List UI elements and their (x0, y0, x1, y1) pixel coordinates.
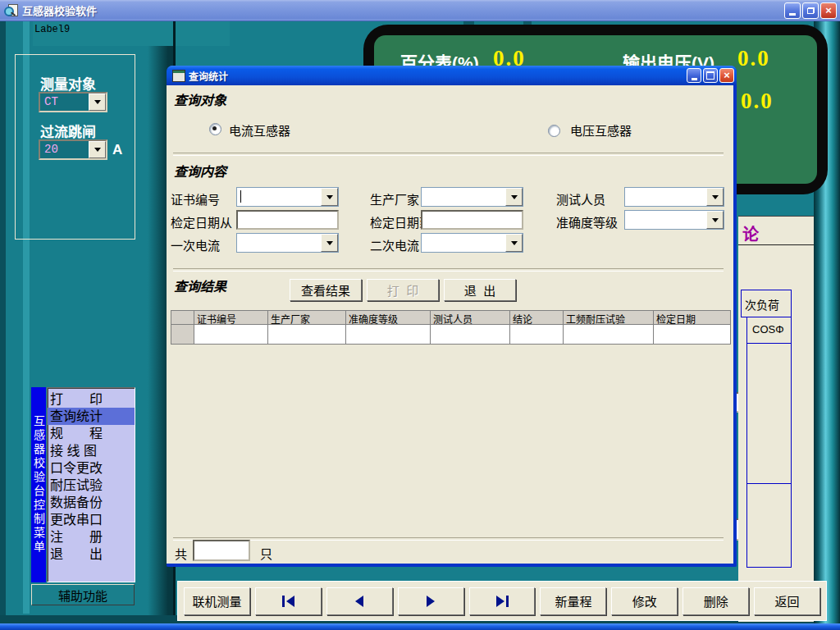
new-range-button[interactable]: 新量程 (540, 587, 606, 615)
first-record-button[interactable] (255, 587, 322, 615)
section-query-result: 查询结果 (174, 276, 226, 295)
unit-label: 只 (260, 545, 272, 562)
radio-current-transformer[interactable] (209, 123, 221, 135)
header-accuracy[interactable]: 准确度等级 (346, 311, 431, 325)
separator (173, 537, 724, 541)
menu-item-withstand-test[interactable]: 耐压试验 (48, 477, 135, 494)
header-manufacturer[interactable]: 生产厂家 (268, 311, 346, 325)
label9: Label9 (34, 24, 70, 35)
online-measure-button[interactable]: 联机测量 (184, 587, 250, 615)
chevron-down-icon[interactable] (505, 188, 523, 206)
app-icon (4, 3, 18, 17)
delete-button[interactable]: 删除 (682, 587, 749, 615)
radio-voltage-transformer-label[interactable]: 电压互感器 (570, 121, 632, 139)
minimize-button[interactable] (784, 2, 801, 19)
conclusion-partial-title: 论 (742, 221, 759, 245)
panel-divider (738, 244, 814, 245)
chevron-down-icon[interactable] (505, 234, 523, 252)
cert-no-label: 证书编号 (171, 190, 220, 208)
overcurrent-trip-value: 20 (44, 143, 58, 156)
first-record-icon (282, 596, 285, 607)
date-to-input[interactable] (421, 210, 523, 230)
row-selector-cell[interactable] (171, 325, 194, 344)
dialog-body: 查询对象 电流互感器 电压互感器 查询内容 证书编号 生产厂家 测试人员 检定日… (167, 85, 730, 564)
primary-current-combo[interactable] (236, 233, 339, 253)
accuracy-combo[interactable] (624, 210, 724, 230)
form-icon (172, 70, 185, 82)
cert-no-combo[interactable] (236, 187, 339, 207)
dialog-titlebar: 查询统计 × (167, 66, 737, 85)
back-button[interactable]: 返回 (754, 587, 820, 615)
menu-item-print[interactable]: 打 印 (48, 390, 135, 408)
menu-item-serial-change[interactable]: 更改串口 (48, 511, 135, 528)
accuracy-label: 准确度等级 (556, 213, 618, 231)
last-record-button[interactable] (469, 587, 536, 615)
total-label: 共 (175, 545, 187, 562)
dialog-maximize-button[interactable] (703, 68, 718, 83)
print-button[interactable]: 打 印 (367, 279, 439, 301)
app-title: 互感器校验软件 (22, 2, 97, 18)
radio-voltage-transformer[interactable] (548, 125, 560, 137)
menu-item-password-change[interactable]: 口令更改 (48, 459, 135, 477)
table-row[interactable] (171, 325, 730, 344)
secondary-current-label: 二次电流 (370, 236, 419, 253)
chevron-down-icon[interactable] (89, 94, 106, 111)
cos-header: COSΦ (752, 323, 784, 336)
previous-record-button[interactable] (326, 587, 393, 615)
manufacturer-combo[interactable] (421, 187, 523, 207)
header-verify-date[interactable]: 检定日期 (654, 311, 730, 325)
bg-stripe-left-edge (0, 21, 6, 625)
separator (173, 153, 724, 156)
header-withstand-test[interactable]: 工频耐压试验 (564, 311, 654, 325)
chevron-down-icon[interactable] (706, 211, 724, 229)
menu-item-register[interactable]: 注 册 (48, 528, 135, 546)
next-record-icon (427, 596, 435, 607)
menu-item-exit[interactable]: 退 出 (48, 546, 135, 563)
chevron-down-icon[interactable] (89, 141, 106, 158)
row-selector-header (171, 311, 194, 325)
header-tester[interactable]: 测试人员 (431, 311, 510, 325)
radio-current-transformer-label[interactable]: 电流互感器 (229, 121, 290, 139)
main-titlebar: 互感器校验软件 × (0, 0, 840, 21)
measure-object-label: 测量对象 (40, 73, 96, 94)
overcurrent-trip-combo[interactable]: 20 (39, 139, 107, 160)
control-menu-list: 打 印 查询统计 规 程 接 线 图 口令更改 耐压试验 数据备份 更改串口 注… (47, 387, 135, 582)
separator (173, 268, 724, 272)
secondary-current-combo[interactable] (421, 233, 523, 253)
chevron-down-icon[interactable] (321, 188, 338, 206)
menu-item-regulation[interactable]: 规 程 (48, 425, 135, 442)
dialog-title: 查询统计 (189, 69, 228, 83)
exit-button[interactable]: 退 出 (444, 279, 516, 301)
restore-button[interactable] (802, 2, 819, 19)
previous-record-icon (355, 596, 363, 607)
ampere-unit-label: A (112, 142, 122, 158)
next-record-button[interactable] (398, 587, 464, 615)
tester-combo[interactable] (624, 187, 724, 207)
modify-button[interactable]: 修改 (611, 587, 678, 615)
menu-item-query-stats[interactable]: 查询统计 (48, 408, 135, 425)
dialog-close-button[interactable]: × (719, 68, 734, 83)
text-cursor (240, 190, 241, 203)
result-table: 证书编号 生产厂家 准确度等级 测试人员 结论 工频耐压试验 检定日期 (171, 310, 731, 345)
aux-function-button[interactable]: 辅助功能 (31, 584, 135, 605)
date-from-input[interactable] (236, 210, 339, 230)
section-query-object: 查询对象 (174, 89, 226, 109)
chevron-down-icon[interactable] (706, 188, 724, 206)
primary-current-label: 一次电流 (171, 236, 220, 253)
view-result-button[interactable]: 查看结果 (290, 279, 362, 301)
second-row-value: 0.0 (741, 89, 774, 114)
header-conclusion[interactable]: 结论 (510, 311, 564, 325)
overcurrent-trip-label: 过流跳闸 (40, 121, 96, 141)
header-cert-no[interactable]: 证书编号 (194, 311, 268, 325)
tester-label: 测试人员 (556, 190, 605, 208)
measure-object-combo[interactable]: CT (39, 92, 107, 112)
total-count-input[interactable] (193, 540, 250, 561)
query-stats-dialog: 查询统计 × 查询对象 电流互感器 电压互感器 查询内容 证书编号 生产厂家 测… (167, 66, 737, 567)
cos-upper-cell (746, 343, 792, 484)
menu-item-data-backup[interactable]: 数据备份 (48, 494, 135, 511)
close-button[interactable]: × (820, 2, 837, 19)
menu-item-wiring-diagram[interactable]: 接 线 图 (48, 442, 135, 459)
output-voltage-value: 0.0 (737, 46, 770, 71)
dialog-minimize-button[interactable] (687, 68, 701, 83)
chevron-down-icon[interactable] (321, 234, 338, 252)
